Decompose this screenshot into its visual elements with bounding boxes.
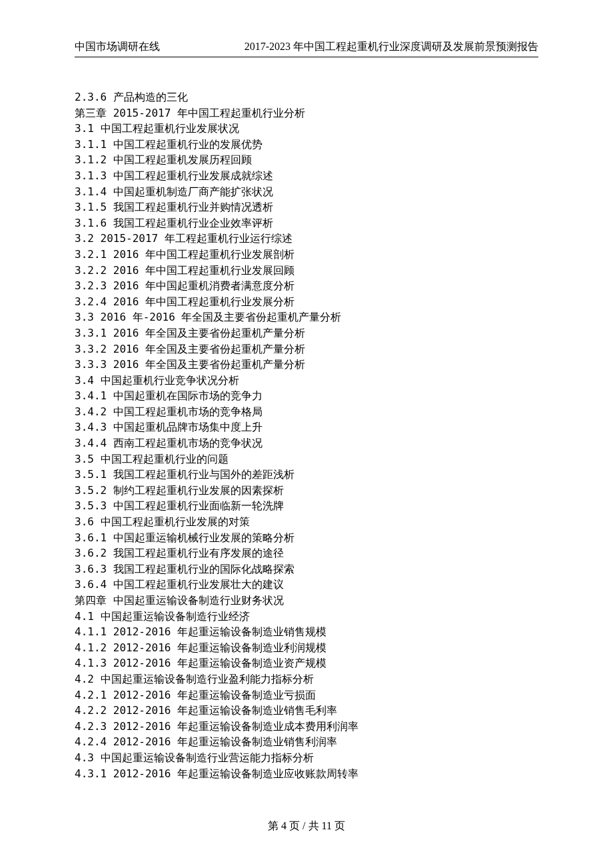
toc-line: 3.1.4 中国起重机制造厂商产能扩张状况: [75, 184, 538, 200]
toc-line: 3.5.1 我国工程起重机行业与国外的差距浅析: [75, 467, 538, 483]
toc-line: 3.1.1 中国工程起重机行业的发展优势: [75, 137, 538, 153]
toc-line: 4.1.1 2012-2016 年起重运输设备制造业销售规模: [75, 624, 538, 640]
toc-line: 2.3.6 产品构造的三化: [75, 89, 538, 105]
toc-line: 第四章 中国起重运输设备制造行业财务状况: [75, 593, 538, 609]
toc-line: 4.1.2 2012-2016 年起重运输设备制造业利润规模: [75, 640, 538, 656]
toc-line: 3.2.2 2016 年中国工程起重机行业发展回顾: [75, 263, 538, 279]
toc-line: 3.6.2 我国工程起重机行业有序发展的途径: [75, 545, 538, 561]
toc-line: 4.3 中国起重运输设备制造行业营运能力指标分析: [75, 750, 538, 766]
toc-line: 4.2.4 2012-2016 年起重运输设备制造业销售利润率: [75, 734, 538, 750]
toc-content: 2.3.6 产品构造的三化 第三章 2015-2017 年中国工程起重机行业分析…: [0, 89, 613, 781]
toc-line: 3.4.4 西南工程起重机市场的竞争状况: [75, 435, 538, 451]
toc-line: 3.2.4 2016 年中国工程起重机行业发展分析: [75, 294, 538, 310]
toc-line: 3.1.6 我国工程起重机行业企业效率评析: [75, 215, 538, 231]
toc-line: 3.5.3 中国工程起重机行业面临新一轮洗牌: [75, 498, 538, 514]
header-left-text: 中国市场调研在线: [75, 40, 160, 54]
toc-line: 3.6.3 我国工程起重机行业的国际化战略探索: [75, 561, 538, 577]
toc-line: 4.1.3 2012-2016 年起重运输设备制造业资产规模: [75, 655, 538, 671]
document-page: 中国市场调研在线 2017-2023 年中国工程起重机行业深度调研及发展前景预测…: [0, 0, 613, 868]
toc-line: 3.5.2 制约工程起重机行业发展的因素探析: [75, 483, 538, 499]
toc-line: 4.2.1 2012-2016 年起重运输设备制造业亏损面: [75, 687, 538, 703]
toc-line: 3.4 中国起重机行业竞争状况分析: [75, 373, 538, 389]
toc-line: 3.1 中国工程起重机行业发展状况: [75, 121, 538, 137]
toc-line: 4.2.3 2012-2016 年起重运输设备制造业成本费用利润率: [75, 719, 538, 735]
header-right-text: 2017-2023 年中国工程起重机行业深度调研及发展前景预测报告: [245, 40, 538, 54]
page-header: 中国市场调研在线 2017-2023 年中国工程起重机行业深度调研及发展前景预测…: [0, 40, 613, 54]
toc-line: 4.2 中国起重运输设备制造行业盈利能力指标分析: [75, 671, 538, 687]
toc-line: 3.3.1 2016 年全国及主要省份起重机产量分析: [75, 325, 538, 341]
toc-line: 3.2.1 2016 年中国工程起重机行业发展剖析: [75, 247, 538, 263]
toc-line: 3.3.2 2016 年全国及主要省份起重机产量分析: [75, 341, 538, 357]
toc-line: 3.3.3 2016 年全国及主要省份起重机产量分析: [75, 357, 538, 373]
toc-line: 3.6.4 中国工程起重机行业发展壮大的建议: [75, 577, 538, 593]
toc-line: 4.2.2 2012-2016 年起重运输设备制造业销售毛利率: [75, 703, 538, 719]
toc-line: 3.6 中国工程起重机行业发展的对策: [75, 514, 538, 530]
toc-line: 4.1 中国起重运输设备制造行业经济: [75, 609, 538, 625]
toc-line: 3.1.2 中国工程起重机发展历程回顾: [75, 152, 538, 168]
toc-line: 3.4.3 中国起重机品牌市场集中度上升: [75, 419, 538, 435]
toc-line: 3.4.1 中国起重机在国际市场的竞争力: [75, 388, 538, 404]
header-divider: [75, 57, 538, 57]
page-number: 第 4 页 / 共 11 页: [268, 820, 345, 831]
toc-line: 3.1.3 中国工程起重机行业发展成就综述: [75, 168, 538, 184]
toc-line: 4.3.1 2012-2016 年起重运输设备制造业应收账款周转率: [75, 766, 538, 782]
toc-line: 3.2 2015-2017 年工程起重机行业运行综述: [75, 231, 538, 247]
toc-line: 第三章 2015-2017 年中国工程起重机行业分析: [75, 105, 538, 121]
page-footer: 第 4 页 / 共 11 页: [0, 819, 613, 833]
toc-line: 3.4.2 中国工程起重机市场的竞争格局: [75, 404, 538, 420]
toc-line: 3.6.1 中国起重运输机械行业发展的策略分析: [75, 530, 538, 546]
toc-line: 3.1.5 我国工程起重机行业并购情况透析: [75, 199, 538, 215]
toc-line: 3.3 2016 年-2016 年全国及主要省份起重机产量分析: [75, 309, 538, 325]
toc-line: 3.5 中国工程起重机行业的问题: [75, 451, 538, 467]
toc-line: 3.2.3 2016 年中国起重机消费者满意度分析: [75, 278, 538, 294]
